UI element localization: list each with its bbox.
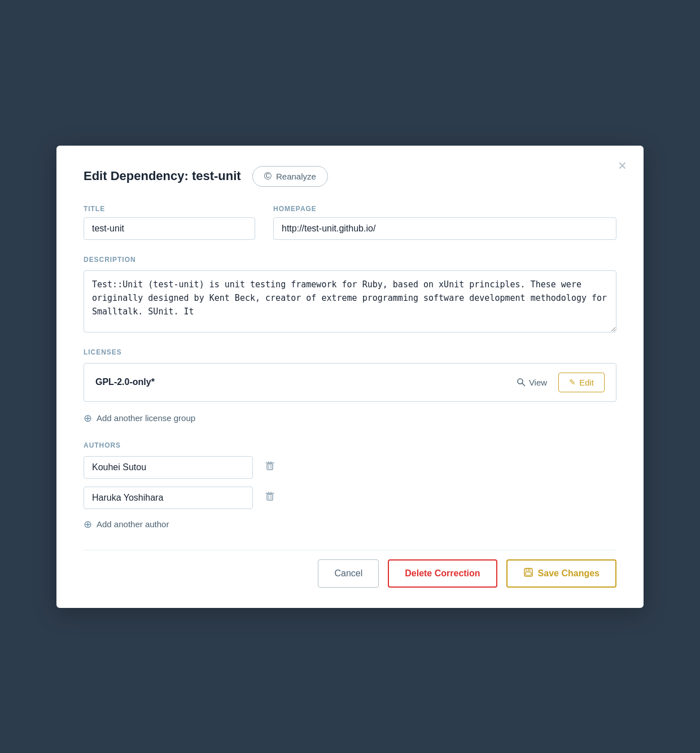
trash-icon-0: [264, 460, 275, 474]
reanalyze-button[interactable]: © Reanalyze: [252, 166, 328, 187]
authors-label: AUTHORS: [84, 441, 616, 449]
license-actions: View ✎ Edit: [517, 373, 605, 392]
edit-license-button[interactable]: ✎ Edit: [558, 373, 605, 392]
save-changes-button[interactable]: Save Changes: [506, 559, 616, 588]
reanalyze-label: Reanalyze: [276, 172, 316, 181]
modal-title: Edit Dependency: test-unit: [84, 169, 241, 183]
search-icon: [517, 378, 526, 387]
title-group: TITLE: [84, 205, 255, 240]
copyright-icon: ©: [264, 170, 272, 182]
homepage-input[interactable]: [273, 217, 616, 240]
save-changes-label: Save Changes: [538, 568, 600, 579]
description-section: DESCRIPTION Test::Unit (test-unit) is un…: [84, 256, 616, 335]
description-textarea[interactable]: Test::Unit (test-unit) is unit testing f…: [84, 270, 616, 332]
modal-overlay: Edit Dependency: test-unit © Reanalyze ×…: [0, 0, 700, 753]
license-group-box: GPL-2.0-only* View ✎ Edit: [84, 363, 616, 402]
svg-rect-2: [267, 464, 273, 470]
title-homepage-row: TITLE HOMEPAGE: [84, 205, 616, 240]
footer-actions: Cancel Delete Correction Save Changes: [84, 550, 616, 588]
author-row: [84, 456, 616, 479]
add-license-group-button[interactable]: ⊕ Add another license group: [84, 411, 195, 426]
homepage-group: HOMEPAGE: [273, 205, 616, 240]
authors-section: AUTHORS: [84, 441, 616, 532]
add-author-button[interactable]: ⊕ Add another author: [84, 517, 169, 532]
floppy-icon: [523, 567, 533, 580]
add-author-label: Add another author: [97, 519, 169, 529]
homepage-label: HOMEPAGE: [273, 205, 616, 213]
author-input-1[interactable]: [84, 487, 253, 509]
delete-author-0-button[interactable]: [262, 458, 278, 476]
pencil-icon: ✎: [569, 378, 576, 387]
delete-correction-button[interactable]: Delete Correction: [388, 559, 497, 588]
trash-icon-1: [264, 491, 275, 505]
delete-author-1-button[interactable]: [262, 488, 278, 507]
close-button[interactable]: ×: [615, 157, 630, 174]
title-input[interactable]: [84, 217, 255, 240]
cancel-button[interactable]: Cancel: [318, 559, 379, 588]
view-license-button[interactable]: View: [517, 378, 547, 387]
svg-rect-8: [267, 494, 273, 500]
license-name: GPL-2.0-only*: [95, 377, 155, 387]
description-label: DESCRIPTION: [84, 256, 616, 264]
modal-header: Edit Dependency: test-unit © Reanalyze: [84, 166, 616, 187]
author-input-0[interactable]: [84, 456, 253, 479]
author-row: [84, 487, 616, 509]
plus-icon-author: ⊕: [84, 519, 92, 529]
edit-label: Edit: [579, 378, 594, 387]
add-license-label: Add another license group: [97, 413, 195, 423]
edit-dependency-modal: Edit Dependency: test-unit © Reanalyze ×…: [56, 146, 644, 608]
svg-rect-16: [526, 572, 531, 575]
view-label: View: [529, 378, 547, 387]
title-label: TITLE: [84, 205, 255, 213]
licenses-section: LICENSES GPL-2.0-only* View ✎ Edit: [84, 348, 616, 426]
licenses-label: LICENSES: [84, 348, 616, 356]
plus-icon: ⊕: [84, 413, 92, 423]
svg-line-1: [522, 383, 525, 386]
